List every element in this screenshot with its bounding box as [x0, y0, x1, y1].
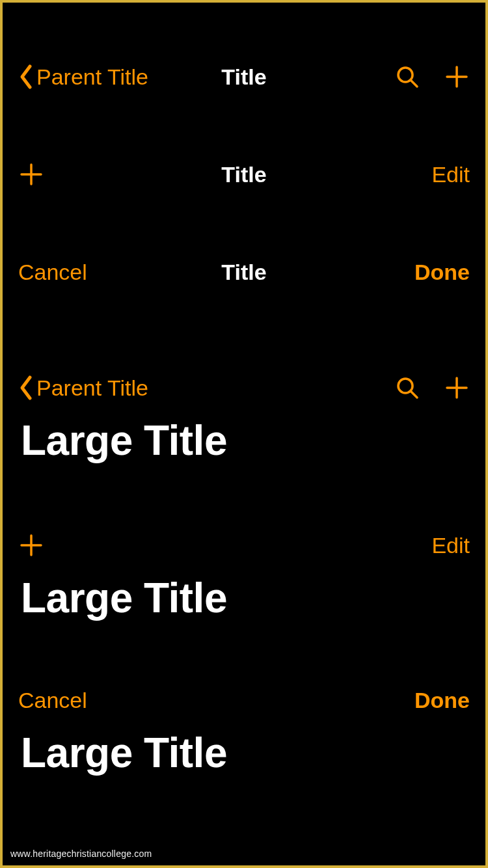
cancel-button[interactable]: Cancel	[18, 260, 87, 285]
done-button[interactable]: Done	[414, 688, 470, 713]
navbar-compact-add-edit: Title Edit	[3, 146, 485, 203]
navbar-large-cancel-done: Cancel Done Large Title	[3, 671, 485, 787]
add-button[interactable]	[444, 375, 470, 401]
back-label: Parent Title	[36, 64, 148, 90]
nav-right: Done	[340, 260, 470, 285]
large-title: Large Title	[3, 729, 485, 787]
navbar-row: Cancel Title Done	[3, 243, 485, 301]
chevron-left-icon	[18, 375, 34, 401]
back-button[interactable]: Parent Title	[18, 64, 148, 90]
svg-line-7	[411, 391, 417, 398]
nav-left	[18, 161, 148, 187]
svg-line-1	[411, 80, 417, 87]
edit-button[interactable]: Edit	[431, 533, 470, 558]
nav-title: Title	[148, 260, 340, 285]
large-title: Large Title	[3, 574, 485, 632]
nav-title: Title	[148, 162, 340, 187]
add-button[interactable]	[444, 64, 470, 90]
nav-left: Parent Title	[18, 64, 148, 90]
navbar-large-add-edit: Edit Large Title	[3, 517, 485, 632]
cancel-button[interactable]: Cancel	[18, 688, 87, 713]
search-button[interactable]	[394, 64, 420, 90]
add-button[interactable]	[18, 161, 44, 187]
nav-right: Edit	[340, 162, 470, 187]
back-label: Parent Title	[36, 375, 148, 401]
large-title: Large Title	[3, 416, 485, 475]
done-button[interactable]: Done	[414, 260, 470, 285]
nav-left: Parent Title	[18, 375, 148, 401]
nav-right: Done	[340, 688, 470, 713]
navbar-compact-cancel-done: Cancel Title Done	[3, 243, 485, 301]
navbar-row: Parent Title Title	[3, 48, 485, 105]
nav-title: Title	[148, 64, 340, 90]
navbar-row: Title Edit	[3, 146, 485, 203]
nav-left	[18, 532, 148, 558]
navbar-large-back: Parent Title Large Title	[3, 359, 485, 475]
navbar-row: Parent Title	[3, 359, 485, 416]
nav-right	[340, 375, 470, 401]
navbar-compact-back: Parent Title Title	[3, 48, 485, 105]
edit-button[interactable]: Edit	[431, 162, 470, 187]
nav-left: Cancel	[18, 688, 148, 713]
chevron-left-icon	[18, 64, 34, 90]
add-button[interactable]	[18, 532, 44, 558]
footer-watermark: www.heritagechristiancollege.com	[10, 848, 152, 859]
back-button[interactable]: Parent Title	[18, 375, 148, 401]
nav-right: Edit	[340, 533, 470, 558]
nav-right	[340, 64, 470, 90]
nav-left: Cancel	[18, 260, 148, 285]
navbar-row: Edit	[3, 517, 485, 574]
search-button[interactable]	[394, 375, 420, 401]
navbar-row: Cancel Done	[3, 671, 485, 729]
